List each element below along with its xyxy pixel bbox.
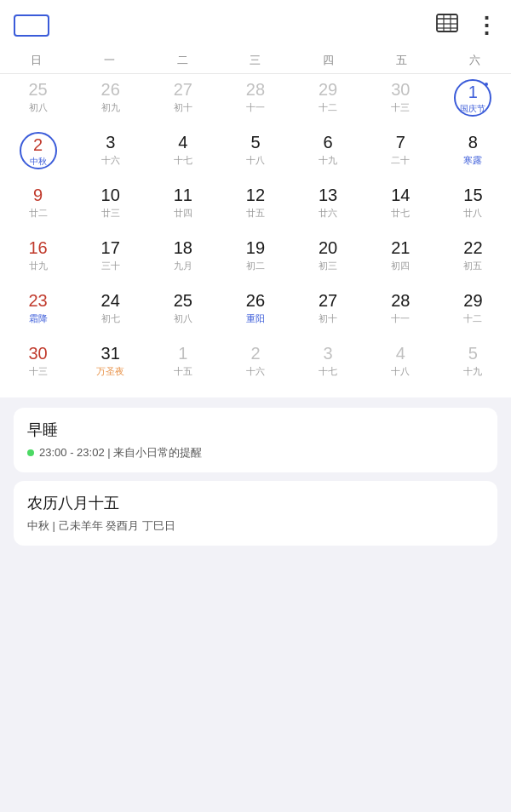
- calendar-view-icon[interactable]: [436, 14, 458, 37]
- day-cell[interactable]: 14廿七: [365, 180, 437, 232]
- day-cell[interactable]: 15廿八: [437, 180, 509, 232]
- day-sub: 廿六: [319, 207, 337, 220]
- day-number: 11: [174, 185, 192, 205]
- day-cell[interactable]: 27初十: [292, 285, 365, 338]
- day-cell[interactable]: 20初三: [292, 232, 365, 285]
- day-sub: 初八: [29, 101, 48, 114]
- day-sub: 十九: [319, 154, 337, 167]
- day-cell[interactable]: 25初八: [2, 74, 74, 127]
- day-cell[interactable]: 5十八: [219, 127, 291, 180]
- day-number: 5: [250, 132, 260, 152]
- day-number: 5: [468, 343, 478, 363]
- day-cell[interactable]: 3十六: [74, 127, 146, 180]
- weekday-row: 日一二三四五六: [0, 44, 511, 74]
- day-sub: 寒露: [463, 154, 482, 167]
- info-card-lunar[interactable]: 农历八月十五 中秋 | 己未羊年 癸酉月 丁巳日: [14, 481, 497, 546]
- calendar-container: ⋮ 日一二三四五六 25初八26初九27初十28十一29十二30十三1国庆节2中…: [0, 0, 511, 397]
- day-cell[interactable]: 11廿四: [146, 180, 219, 232]
- day-cell[interactable]: 28十一: [365, 285, 437, 338]
- day-sub: 霜降: [29, 312, 48, 325]
- day-cell[interactable]: 18九月: [146, 232, 219, 285]
- weekday-label: 四: [292, 49, 365, 71]
- day-number: 29: [463, 290, 482, 311]
- day-sub: 十八: [246, 154, 265, 167]
- day-cell[interactable]: 2中秋: [2, 127, 74, 180]
- event-section: 早睡 23:00 - 23:02 | 来自小日常的提醒 农历八月十五 中秋 | …: [0, 397, 511, 556]
- weekday-label: 三: [219, 49, 292, 71]
- day-cell[interactable]: 12廿五: [219, 180, 291, 232]
- day-cell[interactable]: 30十三: [2, 338, 74, 391]
- day-cell[interactable]: 1十五: [146, 338, 219, 391]
- day-number: 23: [28, 290, 47, 311]
- day-number: 21: [391, 237, 410, 258]
- day-cell[interactable]: 3十七: [292, 338, 365, 391]
- calendar-header: ⋮: [0, 0, 511, 44]
- day-cell[interactable]: 24初七: [74, 285, 146, 338]
- day-cell[interactable]: 13廿六: [292, 180, 365, 232]
- day-number: 2: [250, 343, 260, 363]
- info-detail-text: 中秋 | 己未羊年 癸酉月 丁巳日: [27, 518, 484, 534]
- day-cell[interactable]: 5十九: [437, 338, 509, 391]
- day-cell[interactable]: 29十二: [292, 74, 365, 127]
- day-cell[interactable]: 29十二: [437, 285, 509, 338]
- event-card-sleep[interactable]: 早睡 23:00 - 23:02 | 来自小日常的提醒: [14, 408, 497, 472]
- day-sub: 初八: [174, 312, 192, 325]
- day-cell[interactable]: 22初五: [437, 232, 509, 285]
- weekday-label: 六: [438, 49, 511, 71]
- day-number: 26: [246, 290, 265, 311]
- day-cell[interactable]: 1国庆节: [437, 74, 509, 127]
- day-cell[interactable]: 28十一: [219, 74, 291, 127]
- weekday-label: 日: [0, 49, 73, 71]
- day-cell[interactable]: 27初十: [146, 74, 219, 127]
- day-cell[interactable]: 26初九: [74, 74, 146, 127]
- day-number: 1: [468, 82, 478, 102]
- day-cell[interactable]: 2十六: [219, 338, 291, 391]
- day-number: 24: [101, 290, 120, 311]
- day-cell[interactable]: 19初二: [219, 232, 291, 285]
- info-title: 农历八月十五: [27, 493, 484, 513]
- day-number: 9: [33, 185, 43, 205]
- day-sub: 九月: [174, 260, 192, 272]
- day-number: 25: [174, 290, 192, 311]
- day-cell[interactable]: 31万圣夜: [74, 338, 146, 391]
- day-sub: 初七: [101, 312, 120, 325]
- day-sub: 初九: [101, 101, 120, 114]
- day-number: 2: [33, 134, 43, 155]
- day-cell[interactable]: 4十八: [365, 338, 437, 391]
- day-sub: 十六: [246, 365, 265, 378]
- event-detail-text: 23:00 - 23:02 | 来自小日常的提醒: [39, 445, 202, 460]
- day-number: 19: [246, 237, 265, 258]
- day-cell[interactable]: 25初八: [146, 285, 219, 338]
- day-number: 18: [174, 237, 192, 258]
- day-cell[interactable]: 21初四: [365, 232, 437, 285]
- day-number: 13: [319, 185, 337, 205]
- day-sub: 中秋: [30, 156, 47, 168]
- day-sub: 十九: [463, 365, 482, 378]
- day-cell[interactable]: 30十三: [365, 74, 437, 127]
- day-cell[interactable]: 4十七: [146, 127, 219, 180]
- day-sub: 廿四: [174, 207, 192, 220]
- day-cell[interactable]: 10廿三: [74, 180, 146, 232]
- day-cell[interactable]: 6十九: [292, 127, 365, 180]
- day-cell[interactable]: 17三十: [74, 232, 146, 285]
- day-number: 14: [391, 185, 410, 205]
- day-cell[interactable]: 8寒露: [437, 127, 509, 180]
- day-number: 20: [319, 237, 337, 258]
- day-cell[interactable]: 26重阳: [219, 285, 291, 338]
- day-number: 1: [178, 343, 187, 363]
- day-number: 28: [391, 290, 410, 311]
- day-sub: 国庆节: [460, 103, 485, 115]
- day-cell[interactable]: 16廿九: [2, 232, 74, 285]
- day-sub: 廿二: [29, 207, 48, 220]
- day-cell[interactable]: 9廿二: [2, 180, 74, 232]
- month-title-box: [14, 14, 49, 37]
- day-number: 10: [101, 185, 120, 205]
- day-sub: 廿九: [29, 260, 48, 272]
- day-cell[interactable]: 23霜降: [2, 285, 74, 338]
- day-cell[interactable]: 7二十: [365, 127, 437, 180]
- day-circle: 1国庆节: [454, 79, 491, 117]
- day-sub: 初十: [174, 101, 192, 114]
- day-number: 7: [396, 132, 405, 152]
- more-menu-icon[interactable]: ⋮: [475, 14, 497, 37]
- day-sub: 十七: [319, 365, 337, 378]
